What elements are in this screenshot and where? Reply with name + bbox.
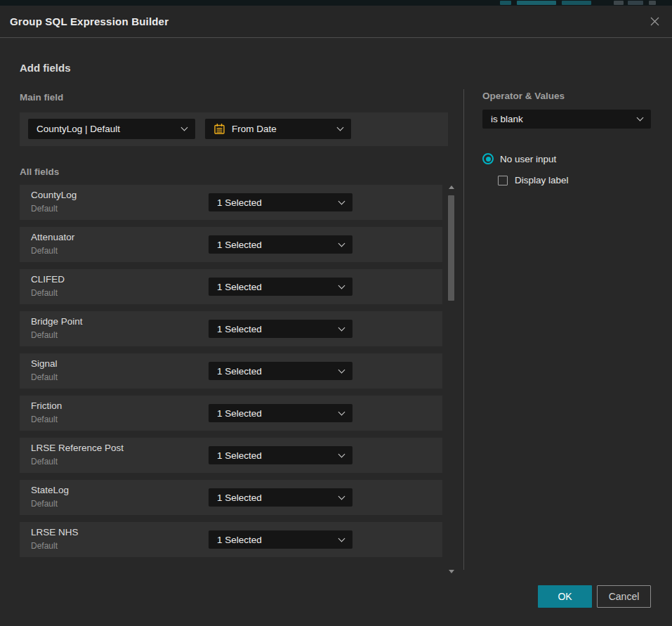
field-selection-dropdown[interactable]: 1 Selected	[209, 530, 353, 549]
field-name: Attenuator	[31, 232, 74, 242]
main-field-panel: CountyLog | Default From Date	[20, 112, 448, 146]
field-row-statelog: StateLog Default 1 Selected	[20, 480, 442, 515]
field-row-clifed: CLIFED Default 1 Selected	[20, 269, 442, 304]
field-subtitle: Default	[31, 330, 58, 340]
field-name: Bridge Point	[31, 316, 83, 327]
radio-selected-icon	[482, 153, 494, 164]
scroll-up-icon[interactable]	[449, 185, 454, 189]
field-subtitle: Default	[31, 457, 58, 467]
chevron-down-icon	[338, 366, 345, 373]
main-field-field-dropdown[interactable]: From Date	[205, 119, 351, 139]
no-user-input-label: No user input	[500, 154, 556, 164]
field-name: CountyLog	[31, 190, 77, 200]
close-button[interactable]	[647, 14, 662, 30]
panel-divider	[463, 89, 464, 570]
field-selection-dropdown[interactable]: 1 Selected	[209, 278, 353, 296]
field-subtitle: Default	[31, 541, 58, 551]
chevron-down-icon	[337, 124, 344, 131]
field-selection-dropdown[interactable]: 1 Selected	[209, 362, 353, 380]
chevron-down-icon	[637, 115, 644, 122]
background-app-strip	[0, 0, 672, 6]
field-selection-dropdown[interactable]: 1 Selected	[209, 446, 353, 464]
field-selection-dropdown[interactable]: 1 Selected	[209, 235, 353, 254]
close-icon	[650, 16, 660, 27]
field-row-friction: Friction Default 1 Selected	[20, 396, 442, 431]
all-fields-list: CountyLog Default 1 Selected Attenuator …	[20, 185, 442, 564]
calendar-date-icon	[213, 123, 225, 135]
field-name: LRSE NHS	[31, 527, 79, 537]
field-selection-dropdown[interactable]: 1 Selected	[209, 404, 353, 422]
display-label-text: Display label	[515, 175, 569, 185]
main-field-source-dropdown[interactable]: CountyLog | Default	[28, 119, 195, 139]
field-row-lrse-reference-post: LRSE Reference Post Default 1 Selected	[20, 438, 442, 473]
operator-values-label: Operator & Values	[482, 91, 565, 101]
field-name: CLIFED	[31, 274, 65, 285]
field-selection-value: 1 Selected	[217, 282, 334, 292]
scrollbar-thumb[interactable]	[448, 195, 454, 301]
background-fragment	[562, 1, 591, 5]
field-subtitle: Default	[31, 415, 58, 424]
group-sql-expression-builder-dialog: Group SQL Expression Builder Add fields …	[0, 6, 672, 626]
all-fields-label: All fields	[20, 167, 59, 177]
background-fragment	[517, 1, 556, 5]
display-label-checkbox[interactable]: Display label	[498, 175, 569, 185]
cancel-button[interactable]: Cancel	[597, 585, 651, 608]
background-fragment	[614, 1, 624, 5]
operator-dropdown[interactable]: is blank	[482, 110, 651, 129]
background-fragment	[649, 1, 656, 5]
chevron-down-icon	[338, 450, 345, 457]
field-name: LRSE Reference Post	[31, 443, 124, 453]
field-row-attenuator: Attenuator Default 1 Selected	[20, 227, 442, 262]
chevron-down-icon	[338, 197, 345, 204]
field-row-bridge-point: Bridge Point Default 1 Selected	[20, 311, 442, 346]
field-name: Friction	[31, 400, 62, 411]
field-selection-dropdown[interactable]: 1 Selected	[209, 488, 353, 507]
background-fragment	[628, 1, 643, 5]
field-subtitle: Default	[31, 246, 58, 256]
field-selection-value: 1 Selected	[217, 535, 334, 545]
field-selection-value: 1 Selected	[217, 408, 334, 419]
field-selection-value: 1 Selected	[217, 493, 334, 503]
chevron-down-icon	[338, 324, 345, 331]
field-name: StateLog	[31, 485, 69, 495]
field-row-countylog: CountyLog Default 1 Selected	[20, 185, 442, 220]
field-selection-value: 1 Selected	[217, 324, 334, 334]
chevron-down-icon	[181, 124, 188, 131]
field-subtitle: Default	[31, 288, 58, 298]
field-selection-dropdown[interactable]: 1 Selected	[209, 320, 353, 338]
field-name: Signal	[31, 358, 58, 369]
fields-list-scrollbar[interactable]	[447, 181, 456, 576]
field-row-signal: Signal Default 1 Selected	[20, 353, 442, 389]
chevron-down-icon	[338, 493, 345, 500]
ok-button[interactable]: OK	[538, 585, 592, 608]
field-subtitle: Default	[31, 372, 58, 382]
operator-value: is blank	[491, 114, 632, 124]
field-selection-value: 1 Selected	[217, 197, 334, 208]
field-selection-value: 1 Selected	[217, 450, 334, 461]
chevron-down-icon	[338, 535, 345, 542]
checkbox-unchecked-icon	[498, 176, 508, 185]
dialog-titlebar: Group SQL Expression Builder	[0, 6, 672, 38]
background-fragment	[500, 1, 511, 5]
field-selection-value: 1 Selected	[217, 366, 334, 377]
field-selection-value: 1 Selected	[217, 240, 334, 250]
main-field-label: Main field	[20, 92, 63, 103]
screen: Group SQL Expression Builder Add fields …	[0, 0, 672, 626]
main-field-field-value: From Date	[232, 124, 332, 134]
field-subtitle: Default	[31, 204, 58, 214]
chevron-down-icon	[338, 240, 345, 247]
field-selection-dropdown[interactable]: 1 Selected	[209, 193, 353, 211]
add-fields-heading: Add fields	[20, 62, 71, 74]
no-user-input-radio[interactable]: No user input	[482, 153, 556, 164]
dialog-title: Group SQL Expression Builder	[10, 15, 169, 27]
field-subtitle: Default	[31, 499, 58, 509]
chevron-down-icon	[338, 408, 345, 415]
scroll-down-icon[interactable]	[449, 570, 454, 573]
main-field-source-value: CountyLog | Default	[37, 124, 176, 134]
field-row-lrse-nhs: LRSE NHS Default 1 Selected	[20, 522, 442, 557]
chevron-down-icon	[338, 282, 345, 289]
